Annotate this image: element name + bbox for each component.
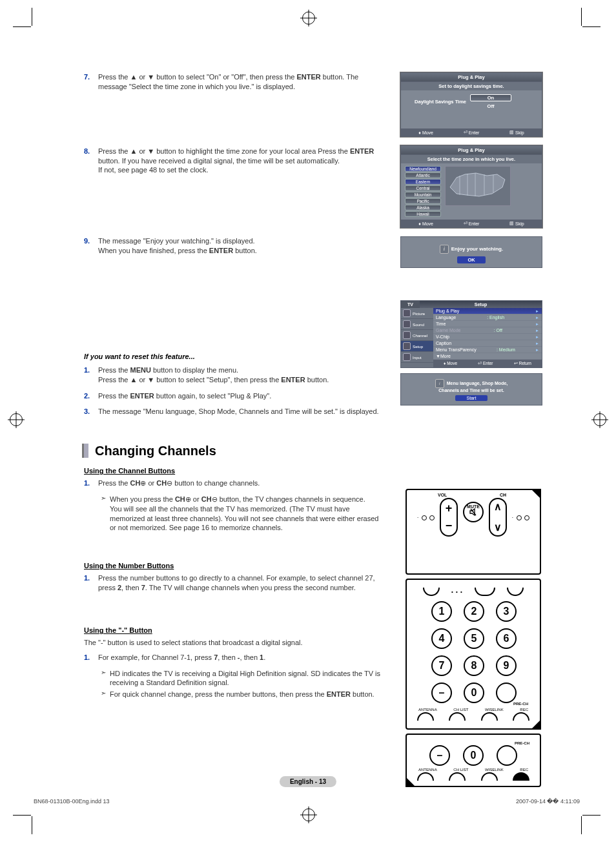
remote-top: VOL CH MUTE · +− ∧∨ ·	[406, 489, 541, 575]
reset-step-1: 1. Press the MENU button to display the …	[84, 365, 387, 385]
step-number: 1.	[84, 653, 98, 662]
prech-button	[497, 745, 517, 766]
step-9: 9. The message "Enjoy your watching." is…	[84, 236, 387, 256]
osd-setup-list: Plug & Play► Language: English► Time► Ga…	[433, 308, 542, 367]
num-0: 0	[464, 683, 484, 703]
num-6: 6	[496, 628, 517, 649]
registration-mark-icon	[302, 12, 315, 25]
remote-bottom: PRE-CH – 0 ANTENNA CH LIST WISELINK REC	[406, 734, 541, 787]
prech-button	[496, 683, 517, 703]
osd-start: iMenu language, Shop Mode, Channels and …	[400, 373, 542, 406]
note: ➣ HD indicates the TV is receiving a Dig…	[101, 669, 381, 688]
half-button-icon	[513, 772, 529, 781]
page: 7. Press the ▲ or ▼ button to select "On…	[0, 0, 616, 842]
bottom-labels: ANTENNA CH LIST WISELINK REC	[417, 708, 529, 712]
step-body: Press the ▲ or ▼ button to select "On" o…	[98, 72, 387, 92]
osd-row-label: Daylight Savings Time	[405, 99, 470, 105]
osd-subtitle: Set to daylight savings time.	[401, 82, 542, 90]
remote-numpad: • • • 1 2 3 4 5 6 7 8 9 – 0	[406, 579, 541, 730]
timezone-map-icon	[445, 166, 511, 206]
crop-mark	[581, 8, 582, 26]
half-button-icon	[475, 588, 495, 596]
side-sound: Sound	[401, 319, 433, 330]
dash-intro: The "-" button is used to select station…	[84, 638, 381, 648]
bottom-labels: ANTENNA CH LIST WISELINK REC	[417, 768, 529, 772]
callout-triangle-icon	[406, 777, 416, 787]
left-column: 7. Press the ▲ or ▼ button to select "On…	[84, 72, 387, 423]
step-body: The message "Enjoy your watching." is di…	[98, 236, 387, 256]
crop-mark	[581, 816, 582, 834]
num-7: 7	[431, 655, 452, 676]
note: ➣ When you press the CH⊕ or CH⊖ button, …	[101, 495, 381, 533]
side-channel: Channel	[401, 330, 433, 341]
num-1: 1	[431, 601, 452, 622]
step-number: 1.	[84, 573, 98, 593]
osd-title: Plug & Play	[401, 73, 542, 82]
footer-timestamp: 2007-09-14 �� 4:11:09	[516, 798, 580, 805]
right-column: Plug & Play Set to daylight savings time…	[400, 72, 542, 406]
dash-button: –	[431, 683, 452, 703]
step-number: 2.	[84, 391, 98, 401]
channel-step-1: 1. Press the CH⊕ or CH⊖ button to change…	[84, 478, 381, 488]
reset-heading: If you want to reset this feature...	[84, 353, 387, 360]
num-0: 0	[463, 745, 484, 766]
registration-mark-icon	[302, 808, 315, 821]
registration-mark-icon	[593, 413, 606, 426]
step-body: Press the ENTER button again, to select …	[98, 391, 387, 401]
ch-label: CH	[500, 493, 506, 497]
note-icon: ➣	[101, 495, 110, 533]
timezone-item: Atlantic	[405, 172, 441, 178]
vol-rocker: +−	[440, 498, 458, 537]
step-body: Press the MENU button to display the men…	[98, 365, 387, 385]
step-number: 7.	[84, 72, 98, 92]
mute-label: MUTE	[467, 504, 480, 509]
page-number: English - 13	[280, 776, 336, 787]
osd-title: Plug & Play	[401, 146, 542, 155]
side-input: Input	[401, 352, 433, 363]
osd-header-tv: TV	[401, 301, 420, 308]
number-pad: 1 2 3 4 5 6 7 8 9 – 0	[417, 601, 529, 703]
step-number: 8.	[84, 147, 98, 176]
osd-setup-menu: TV Setup Picture Sound Channel Setup Inp…	[400, 300, 542, 368]
remote-illustration: VOL CH MUTE · +− ∧∨ ·	[406, 489, 541, 791]
ok-button: OK	[457, 256, 485, 263]
step-8: 8. Press the ▲ or ▼ button to highlight …	[84, 147, 387, 176]
osd-enjoy: iEnjoy your watching. OK	[400, 236, 542, 268]
note: ➣ For quick channel change, press the nu…	[101, 690, 381, 699]
osd-footer: ♦ Move ⏎ Enter ▥ Skip	[401, 128, 542, 136]
half-button-icon	[507, 588, 524, 596]
reset-step-3: 3. The message "Menu language, Shop Mode…	[84, 407, 387, 416]
registration-mark-icon	[10, 413, 23, 426]
num-2: 2	[464, 601, 484, 622]
crop-mark	[32, 816, 32, 834]
step-body: Press the CH⊕ or CH⊖ button to change ch…	[98, 478, 381, 488]
step-body: Press the number buttons to go directly …	[98, 573, 381, 593]
number-step-1: 1. Press the number buttons to go direct…	[84, 573, 381, 593]
side-setup: Setup	[401, 341, 433, 352]
num-4: 4	[431, 628, 452, 649]
half-button-icon	[417, 712, 434, 721]
callout-triangle-icon	[531, 489, 541, 499]
sub-heading-channel-buttons: Using the Channel Buttons	[84, 467, 381, 475]
osd-subtitle: Select the time zone in which you live.	[401, 155, 542, 163]
info-icon: i	[435, 379, 444, 388]
crop-mark	[32, 8, 32, 26]
dash-step-1: 1. For example, for Channel 7-1, press 7…	[84, 653, 381, 662]
left-edge: ·	[417, 515, 435, 520]
content-area: 7. Press the ▲ or ▼ button to select "On…	[84, 72, 542, 803]
note-icon: ➣	[101, 669, 110, 688]
half-button-icon	[481, 712, 498, 721]
timezone-list: Newfoundland Atlantic Eastern Central Mo…	[405, 166, 441, 217]
step-number: 1.	[84, 478, 98, 488]
vol-label: VOL	[438, 493, 447, 497]
num-9: 9	[496, 655, 517, 676]
step-number: 9.	[84, 236, 98, 256]
osd-option-on: On	[470, 94, 511, 101]
half-button-icon	[449, 772, 466, 781]
timezone-item: Alaska	[405, 205, 441, 211]
timezone-item: Central	[405, 185, 441, 191]
crop-mark	[13, 26, 31, 27]
changing-channels-section: Changing Channels Using the Channel Butt…	[84, 444, 381, 701]
half-button-icon	[481, 772, 498, 781]
ch-rocker: ∧∨	[489, 498, 507, 537]
